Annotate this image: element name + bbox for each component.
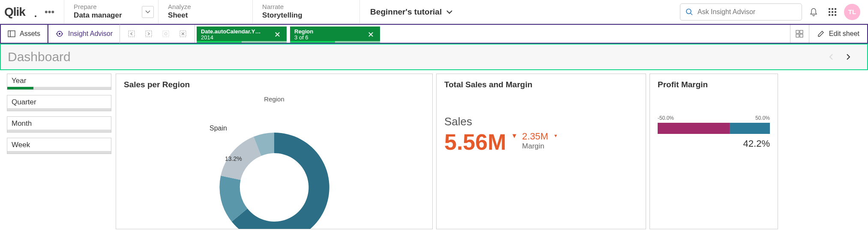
nav-narrate[interactable]: Narrate Storytelling <box>252 0 359 24</box>
app-title-dropdown[interactable]: Beginner's tutorial <box>359 0 672 24</box>
svg-rect-25 <box>800 30 803 33</box>
filter-label: Year <box>12 77 107 85</box>
filter-chip-label: Region <box>294 29 313 35</box>
assets-label: Assets <box>20 30 40 38</box>
chart-title: Sales per Region <box>124 80 425 89</box>
assets-button[interactable]: Assets <box>1 25 48 43</box>
nav-analyze[interactable]: Analyze Sheet <box>158 0 252 24</box>
panel-icon <box>8 30 15 38</box>
donut-chart: Region Spain 13.2% <box>124 92 425 229</box>
top-bar: Qlik ••• Prepare Data manager Analyze Sh… <box>0 0 868 24</box>
nav-analyze-big: Sheet <box>168 11 243 20</box>
search-input[interactable] <box>697 8 796 16</box>
svg-rect-24 <box>796 30 799 33</box>
chart-profit-margin[interactable]: Profit Margin -50.0% 50.0% 42.2% <box>650 74 778 229</box>
filter-chip-value: 2014 <box>201 35 260 41</box>
svg-rect-20 <box>146 31 152 37</box>
filter-label: Month <box>12 119 107 128</box>
svg-point-22 <box>165 33 167 35</box>
right-tools: TL <box>672 0 868 24</box>
chevron-down-icon[interactable] <box>142 6 154 18</box>
insight-advisor-button[interactable]: Insight Advisor <box>48 24 120 44</box>
filter-chip-region[interactable]: Region 3 of 6 ✕ <box>290 27 380 43</box>
svg-text:Qlik: Qlik <box>4 6 26 18</box>
svg-rect-5 <box>832 8 833 10</box>
search-icon <box>685 8 693 16</box>
gauge-value: 42.2% <box>658 138 770 149</box>
chart-total-sales-margin[interactable]: Total Sales and Margin Sales 5.56M ▾ 2.3… <box>436 74 646 229</box>
trend-down-small-icon: ▾ <box>554 133 557 139</box>
filter-card-week[interactable]: Week <box>7 138 111 154</box>
filter-chip-date[interactable]: Date.autoCalendar.Y… 2014 ✕ <box>197 27 287 43</box>
nav-narrate-small: Narrate <box>262 3 350 11</box>
nav-prepare[interactable]: Prepare Data manager <box>64 0 158 24</box>
filter-pane: Year Quarter Month Week <box>0 70 116 229</box>
svg-rect-11 <box>832 14 833 16</box>
svg-rect-4 <box>829 8 830 10</box>
svg-rect-21 <box>163 31 169 37</box>
bell-icon[interactable] <box>806 5 821 19</box>
svg-point-1 <box>35 15 36 17</box>
qlik-logo[interactable]: Qlik <box>4 6 37 18</box>
clear-all-icon[interactable] <box>161 29 171 38</box>
filter-bar <box>7 130 111 132</box>
chart-sales-per-region[interactable]: Sales per Region Region Spain 13.2% <box>116 74 433 229</box>
filter-bar <box>7 151 111 154</box>
filter-card-year[interactable]: Year <box>7 74 111 90</box>
pencil-icon <box>817 30 825 38</box>
selection-tools <box>120 25 195 43</box>
trend-down-icon: ▾ <box>512 131 516 140</box>
waffle-icon[interactable] <box>825 5 840 19</box>
svg-point-2 <box>686 9 691 14</box>
close-icon[interactable]: ✕ <box>272 30 283 39</box>
kpi-value: 5.56M <box>444 131 506 153</box>
gauge-bar <box>658 123 770 134</box>
slice-pct-label: 13.2% <box>225 155 242 162</box>
app-title-text: Beginner's tutorial <box>370 7 442 17</box>
svg-rect-7 <box>829 11 830 13</box>
chart-area: Sales per Region Region Spain 13.2% <box>116 70 868 229</box>
svg-line-3 <box>691 13 692 15</box>
svg-rect-8 <box>832 11 833 13</box>
more-icon[interactable]: ••• <box>42 6 57 18</box>
sheet-title: Dashboard <box>8 50 829 64</box>
sheet-title-bar: Dashboard <box>0 44 868 70</box>
clear-selection-icon[interactable] <box>178 29 188 38</box>
filter-card-quarter[interactable]: Quarter <box>7 95 111 111</box>
svg-rect-10 <box>829 14 830 16</box>
nav-prepare-big: Data manager <box>74 11 149 20</box>
gauge-max: 50.0% <box>755 115 770 121</box>
filter-card-month[interactable]: Month <box>7 116 111 133</box>
insight-label: Insight Advisor <box>68 30 113 38</box>
prev-sheet-button[interactable] <box>829 50 843 64</box>
slice-label-spain: Spain <box>210 124 227 132</box>
toolbar: Assets Insight Advisor Date.autoCalendar… <box>0 24 868 44</box>
logo-cell: Qlik ••• <box>0 0 64 24</box>
filter-bar <box>7 108 111 111</box>
svg-rect-13 <box>8 31 15 37</box>
svg-rect-26 <box>796 34 799 37</box>
step-back-icon[interactable] <box>127 29 136 38</box>
nav-prepare-small: Prepare <box>74 3 149 11</box>
edit-sheet-button[interactable]: Edit sheet <box>809 25 867 43</box>
search-insight-box[interactable] <box>680 3 802 21</box>
svg-rect-12 <box>835 14 836 16</box>
svg-point-16 <box>59 33 60 35</box>
close-icon[interactable]: ✕ <box>365 30 377 39</box>
filter-label: Quarter <box>12 98 107 107</box>
filter-chip-label: Date.autoCalendar.Y… <box>201 29 260 35</box>
filter-label: Week <box>12 141 107 149</box>
kpi-secondary-value: 2.35M <box>522 131 548 142</box>
edit-sheet-label: Edit sheet <box>829 30 859 38</box>
kpi-secondary-label: Margin <box>522 142 548 151</box>
gauge-min: -50.0% <box>658 115 674 121</box>
avatar[interactable]: TL <box>844 4 860 20</box>
chevron-down-icon <box>446 10 453 14</box>
nav-narrate-big: Storytelling <box>262 11 350 20</box>
step-forward-icon[interactable] <box>144 29 153 38</box>
svg-rect-27 <box>800 34 803 37</box>
next-sheet-button[interactable] <box>846 50 860 64</box>
svg-rect-6 <box>835 8 836 10</box>
kpi-label: Sales <box>444 115 638 128</box>
sheet-grid-icon[interactable] <box>790 25 809 43</box>
